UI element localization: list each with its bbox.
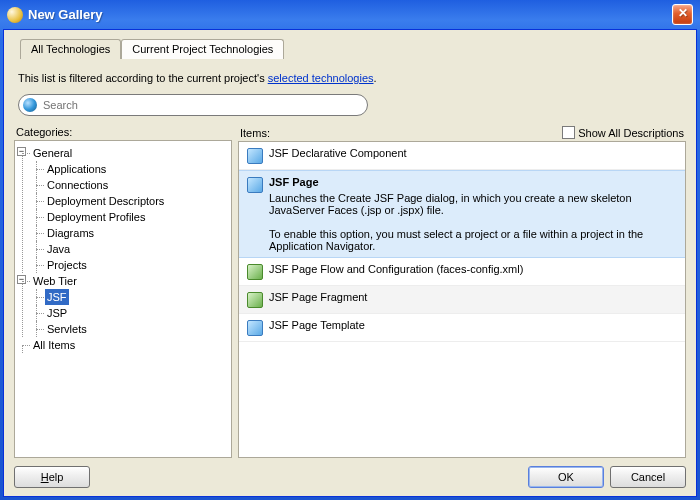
item-label: JSF Page Fragment (269, 291, 677, 303)
show-all-descriptions-label: Show All Descriptions (578, 127, 684, 139)
app-icon (7, 7, 23, 23)
tree-node[interactable]: Diagrams (45, 225, 96, 241)
item-label: JSF Declarative Component (269, 147, 677, 159)
cancel-button[interactable]: Cancel (610, 466, 686, 488)
list-item[interactable]: JSF Page Fragment (239, 286, 685, 314)
item-icon (247, 148, 263, 164)
item-label: JSF Page Flow and Configuration (faces-c… (269, 263, 677, 275)
categories-label: Categories: (16, 126, 72, 138)
show-all-descriptions-checkbox[interactable]: Show All Descriptions (562, 126, 684, 139)
items-list[interactable]: JSF Declarative ComponentJSF PageLaunche… (238, 141, 686, 458)
ok-button[interactable]: OK (528, 466, 604, 488)
search-icon (23, 98, 37, 112)
collapse-icon[interactable]: − (17, 147, 26, 156)
tree-node[interactable]: Deployment Descriptors (45, 193, 166, 209)
titlebar[interactable]: New Gallery ✕ (3, 3, 697, 29)
tree-node[interactable]: JSF (45, 289, 69, 305)
filter-description-prefix: This list is filtered according to the c… (18, 72, 268, 84)
item-icon (247, 264, 263, 280)
tree-node-all-items[interactable]: All Items (31, 337, 77, 353)
tree-node[interactable]: Connections (45, 177, 110, 193)
item-label: JSF Page Template (269, 319, 677, 331)
list-item[interactable]: JSF Page Flow and Configuration (faces-c… (239, 258, 685, 286)
tree-node[interactable]: Applications (45, 161, 108, 177)
item-description: Launches the Create JSF Page dialog, in … (269, 192, 677, 216)
window-title: New Gallery (28, 7, 672, 22)
item-label: JSF Page (269, 176, 677, 188)
list-item[interactable]: JSF Page Template (239, 314, 685, 342)
tree-node-web-tier[interactable]: Web Tier (31, 273, 79, 289)
close-button[interactable]: ✕ (672, 4, 693, 25)
search-box[interactable] (18, 94, 368, 116)
tree-node[interactable]: Projects (45, 257, 89, 273)
item-description: To enable this option, you must select a… (269, 228, 677, 252)
tree-node[interactable]: JSP (45, 305, 69, 321)
filter-description-suffix: . (374, 72, 377, 84)
tab-all-technologies[interactable]: All Technologies (20, 39, 121, 59)
item-icon (247, 292, 263, 308)
tree-node[interactable]: Java (45, 241, 72, 257)
tab-current-project-technologies[interactable]: Current Project Technologies (121, 39, 284, 59)
list-item[interactable]: JSF PageLaunches the Create JSF Page dia… (239, 170, 685, 258)
items-label: Items: (240, 127, 270, 139)
tree-node[interactable]: Deployment Profiles (45, 209, 147, 225)
list-item[interactable]: JSF Declarative Component (239, 142, 685, 170)
collapse-icon[interactable]: − (17, 275, 26, 284)
checkbox-icon[interactable] (562, 126, 575, 139)
item-icon (247, 177, 263, 193)
selected-technologies-link[interactable]: selected technologies (268, 72, 374, 84)
search-input[interactable] (41, 98, 359, 112)
help-button[interactable]: Help (14, 466, 90, 488)
categories-tree[interactable]: − General ApplicationsConnectionsDeploym… (14, 140, 232, 458)
filter-description: This list is filtered according to the c… (18, 72, 686, 84)
tree-node-general[interactable]: General (31, 145, 74, 161)
tree-node[interactable]: Servlets (45, 321, 89, 337)
item-icon (247, 320, 263, 336)
tabstrip: All Technologies Current Project Technol… (14, 38, 686, 58)
